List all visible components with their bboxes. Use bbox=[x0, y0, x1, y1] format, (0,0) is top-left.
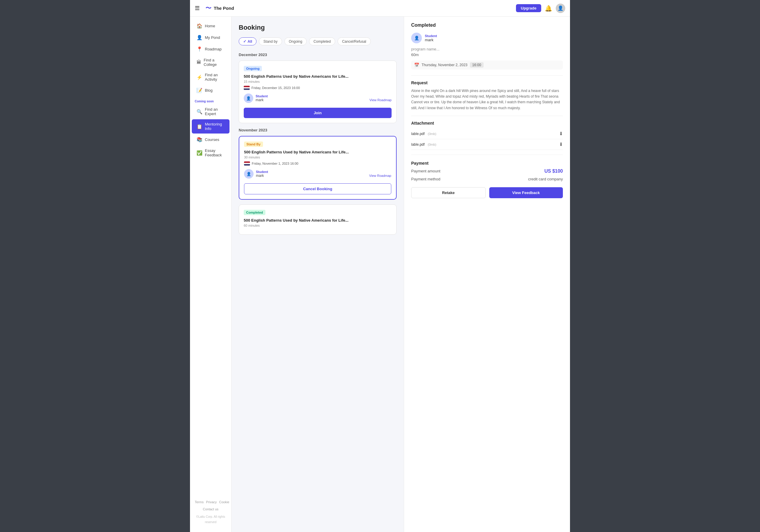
mentoring-info-icon: 📋 bbox=[197, 124, 203, 129]
join-button[interactable]: Join bbox=[244, 108, 392, 118]
section-december: December 2023 bbox=[239, 53, 397, 57]
sidebar-footer: Terms Privacy Cookie Contact us ©Lattu C… bbox=[190, 496, 231, 528]
filter-ongoing-label: Ongoing bbox=[289, 39, 302, 44]
essay-feedback-icon: ✅ bbox=[197, 150, 203, 156]
booking-card-ongoing: Ongoing 500 English Patterns Used by Nat… bbox=[239, 61, 397, 123]
sidebar-label-roadmap: Roadmap bbox=[205, 47, 221, 51]
divider-1 bbox=[411, 75, 563, 76]
menu-icon[interactable]: ☰ bbox=[195, 5, 200, 12]
download-icon-2[interactable]: ⬇ bbox=[559, 142, 563, 147]
attachment-title: Attachment bbox=[411, 121, 563, 125]
program-date: Thursday, November 2, 2023 bbox=[422, 63, 468, 67]
detail-user-label: Student bbox=[425, 34, 437, 38]
status-badge-completed: Completed bbox=[244, 210, 265, 215]
request-text: Alone in the night On a dark hill With p… bbox=[411, 88, 563, 111]
user-name-2: mark bbox=[256, 174, 268, 178]
contact-link[interactable]: Contact us bbox=[203, 508, 218, 511]
topbar-logo: ☰ 〜 The Pond bbox=[195, 4, 516, 12]
avatar[interactable]: 👤 bbox=[556, 4, 565, 13]
detail-status-title: Completed bbox=[411, 22, 563, 28]
booking-user-1: 👤 Student mark bbox=[244, 93, 268, 103]
detail-user-row: 👤 Student mark bbox=[411, 33, 563, 43]
avatar-icon: 👤 bbox=[557, 5, 563, 11]
topbar-right: Upgrade 🔔 👤 bbox=[516, 4, 565, 13]
booking-date-text-1: Friday, December 15, 2023 16:00 bbox=[252, 86, 300, 90]
sidebar-item-courses[interactable]: 📚 Courses bbox=[192, 134, 229, 145]
sidebar-item-find-college[interactable]: 🏛 Find a College bbox=[192, 55, 229, 69]
right-panel: Completed 👤 Student mark program name...… bbox=[404, 17, 570, 532]
sidebar-item-find-activity[interactable]: ⚡ Find an Activity bbox=[192, 70, 229, 84]
sidebar-label-my-pond: My Pond bbox=[205, 35, 220, 40]
filter-standby[interactable]: Stand by bbox=[259, 37, 282, 45]
roadmap-icon: 📍 bbox=[197, 46, 203, 52]
status-badge-standby: Stand By bbox=[244, 142, 263, 147]
terms-link[interactable]: Terms bbox=[195, 499, 204, 505]
booking-duration-1: 15 minutes bbox=[244, 80, 392, 83]
logo-text: The Pond bbox=[214, 6, 234, 11]
sidebar-item-essay-feedback[interactable]: ✅ Essay Feedback bbox=[192, 146, 229, 160]
filter-cancel-refusal[interactable]: Cancel/Refusal bbox=[338, 37, 370, 45]
request-title: Request bbox=[411, 80, 563, 85]
bell-icon[interactable]: 🔔 bbox=[545, 5, 552, 12]
filter-bar: ✓ All Stand by Ongoing Completed Cancel/… bbox=[239, 37, 397, 45]
attachment-size-2: (0mb) bbox=[428, 143, 436, 146]
booking-duration-3: 60 minutes bbox=[244, 224, 392, 227]
program-time: 16:00 bbox=[470, 62, 484, 67]
payment-amount-row: Payment amount US $100 bbox=[411, 168, 563, 174]
retake-button[interactable]: Retake bbox=[411, 187, 486, 198]
copyright-text: ©Lattu Corp. All rights reserved bbox=[195, 514, 226, 525]
sidebar-item-find-expert[interactable]: 🔍 Find an Expert bbox=[192, 105, 229, 119]
sidebar-label-find-college: Find a College bbox=[204, 58, 225, 67]
detail-user-name: mark bbox=[425, 38, 437, 42]
logo-icon: 〜 bbox=[206, 4, 212, 12]
page-title: Booking bbox=[239, 24, 397, 31]
coming-soon-label: Coming soon bbox=[190, 96, 231, 104]
cancel-booking-button[interactable]: Cancel Booking bbox=[244, 183, 391, 194]
filter-completed[interactable]: Completed bbox=[309, 37, 335, 45]
attachment-name-1: lable.pdf bbox=[411, 132, 425, 136]
attachment-size-1: (0mb) bbox=[428, 132, 436, 136]
upgrade-button[interactable]: Upgrade bbox=[516, 4, 541, 12]
payment-section: Payment Payment amount US $100 Payment m… bbox=[411, 161, 563, 181]
download-icon-1[interactable]: ⬇ bbox=[559, 131, 563, 137]
attachment-row-1: lable.pdf (0mb) ⬇ bbox=[411, 128, 563, 139]
booking-card-standby[interactable]: Stand By 500 English Patterns Used by Na… bbox=[239, 136, 397, 200]
payment-amount-value: US $100 bbox=[545, 168, 563, 174]
filter-cancel-refusal-label: Cancel/Refusal bbox=[342, 39, 366, 44]
cookie-link[interactable]: Cookie bbox=[219, 499, 229, 505]
privacy-link[interactable]: Privacy bbox=[206, 499, 217, 505]
booking-date-2: Friday, November 1, 2023 16:00 bbox=[244, 161, 391, 165]
sidebar-label-mentoring-info: Mentoring Info bbox=[205, 122, 225, 131]
view-roadmap-link-2[interactable]: View Roadmap bbox=[369, 174, 391, 177]
filter-all[interactable]: ✓ All bbox=[239, 37, 257, 45]
user-label-2: Student bbox=[256, 170, 268, 174]
sidebar-item-blog[interactable]: 📝 Blog bbox=[192, 85, 229, 96]
sidebar-item-mentoring-info[interactable]: 📋 Mentoring Info bbox=[192, 119, 229, 134]
attachment-row-2: lable.pdf (0mb) ⬇ bbox=[411, 139, 563, 150]
my-pond-icon: 👤 bbox=[197, 35, 203, 40]
payment-amount-label: Payment amount bbox=[411, 169, 440, 173]
sidebar-item-home[interactable]: 🏠 Home bbox=[192, 21, 229, 31]
filter-ongoing[interactable]: Ongoing bbox=[284, 37, 307, 45]
sidebar-item-roadmap[interactable]: 📍 Roadmap bbox=[192, 44, 229, 55]
find-college-icon: 🏛 bbox=[197, 60, 201, 65]
section-november: November 2023 bbox=[239, 128, 397, 132]
action-buttons: Retake View Feedback bbox=[411, 187, 563, 198]
user-avatar-1: 👤 bbox=[244, 93, 253, 103]
attachment-name-2: lable.pdf bbox=[411, 142, 425, 147]
user-avatar-2: 👤 bbox=[244, 169, 254, 179]
view-feedback-button[interactable]: View Feedback bbox=[489, 187, 563, 198]
filter-all-label: All bbox=[248, 39, 252, 44]
filter-standby-label: Stand by bbox=[263, 39, 277, 44]
view-roadmap-link-1[interactable]: View Roadmap bbox=[370, 98, 392, 102]
courses-icon: 📚 bbox=[197, 137, 203, 142]
flag-icon bbox=[244, 86, 250, 90]
program-date-row: 📅 Thursday, November 2, 2023 16:00 bbox=[411, 61, 563, 69]
booking-title-1: 500 English Patterns Used by Native Amer… bbox=[244, 74, 392, 79]
booking-date-text-2: Friday, November 1, 2023 16:00 bbox=[252, 162, 298, 165]
booking-duration-2: 30 minutes bbox=[244, 155, 391, 159]
sidebar-label-courses: Courses bbox=[205, 137, 219, 142]
sidebar-label-home: Home bbox=[205, 24, 215, 28]
booking-user-row-1: 👤 Student mark View Roadmap bbox=[244, 93, 392, 107]
sidebar-item-my-pond[interactable]: 👤 My Pond bbox=[192, 32, 229, 43]
